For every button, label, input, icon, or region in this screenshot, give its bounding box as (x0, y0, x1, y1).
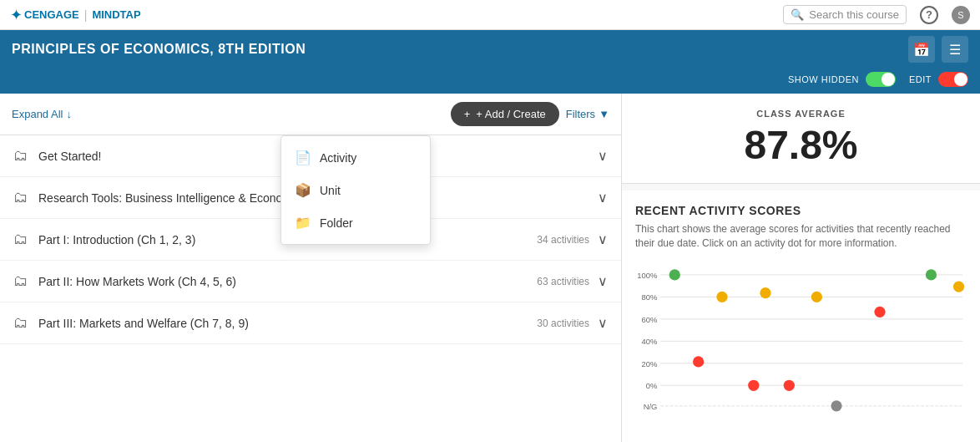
main-content: Expand All ↓ + + Add / Create Filters ▼ … (0, 94, 980, 442)
y-label-60: 60% (642, 314, 658, 323)
folder-icon-research-tools: 🗂 (13, 189, 28, 206)
mindtap-label: MINDTAP (92, 8, 140, 21)
expand-all-label: Expand All (12, 108, 63, 120)
show-hidden-label: SHOW HIDDEN (788, 74, 859, 84)
filter-icon: ▼ (599, 108, 609, 120)
item-title-part2: Part II: How Markets Work (Ch 4, 5, 6) (38, 275, 537, 288)
expand-all-arrow-icon: ↓ (66, 108, 72, 120)
help-icon[interactable]: ? (920, 6, 938, 24)
calendar-icon-button[interactable]: 📅 (908, 36, 935, 63)
dot-7[interactable] (874, 306, 885, 317)
dot-3[interactable] (716, 291, 727, 302)
dropdown-item-activity[interactable]: 📄 Activity (281, 141, 430, 174)
item-title-part3: Part III: Markets and Welfare (Ch 7, 8, … (38, 317, 537, 330)
chevron-get-started: ∨ (598, 148, 608, 164)
dot-9[interactable] (748, 379, 759, 390)
dot-1[interactable] (669, 269, 680, 280)
folder-icon-part2: 🗂 (13, 272, 28, 290)
search-icon: 🔍 (791, 8, 804, 21)
right-panel: CLASS AVERAGE 87.8% RECENT ACTIVITY SCOR… (621, 94, 980, 442)
y-label-ng: N/G (644, 401, 658, 410)
add-create-button[interactable]: + + Add / Create (451, 102, 559, 126)
toolbar-right: + + Add / Create Filters ▼ (451, 102, 609, 126)
activity-icon: 📄 (295, 150, 311, 165)
menu-icon-button[interactable]: ☰ (942, 36, 968, 63)
dot-5[interactable] (811, 291, 822, 302)
brand-separator: | (84, 8, 88, 22)
scores-description: This chart shows the average scores for … (635, 222, 967, 251)
chevron-part3: ∨ (598, 315, 608, 331)
y-label-100: 100% (637, 270, 658, 279)
dropdown-item-folder[interactable]: 📁 Folder (281, 206, 430, 239)
cengage-star-icon: ✦ (10, 6, 23, 24)
y-label-40: 40% (642, 337, 658, 346)
course-header: PRINCIPLES OF ECONOMICS, 8TH EDITION 📅 ☰ (0, 30, 980, 69)
add-icon: + (464, 108, 471, 120)
dot-4[interactable] (760, 287, 770, 298)
search-placeholder-text: Search this course (809, 8, 899, 21)
activities-count-part2: 63 activities (537, 276, 589, 287)
edit-label: EDIT (909, 74, 932, 84)
activities-count-part3: 30 activities (537, 318, 589, 329)
unit-icon: 📦 (295, 182, 311, 198)
toolbar: Expand All ↓ + + Add / Create Filters ▼ (0, 94, 621, 135)
show-hidden-toggle-row: SHOW HIDDEN (788, 72, 896, 87)
course-header-icons: 📅 ☰ (908, 36, 968, 63)
filters-label: Filters (566, 108, 595, 120)
class-average-value: 87.8% (637, 122, 965, 168)
class-average-label: CLASS AVERAGE (637, 109, 965, 119)
course-item-part2[interactable]: 🗂 Part II: How Markets Work (Ch 4, 5, 6)… (0, 261, 621, 302)
search-area[interactable]: 🔍 Search this course (783, 5, 907, 24)
dot-ng[interactable] (831, 400, 841, 411)
folder-icon: 📁 (295, 215, 311, 231)
sub-header: SHOW HIDDEN EDIT (0, 69, 980, 94)
edit-toggle[interactable] (938, 72, 968, 87)
dropdown-item-unit[interactable]: 📦 Unit (281, 174, 430, 206)
top-nav: ✦ CENGAGE | MINDTAP 🔍 Search this course… (0, 0, 980, 30)
chevron-part2: ∨ (598, 273, 608, 289)
activities-count-part1: 34 activities (537, 234, 589, 246)
class-average-card: CLASS AVERAGE 87.8% (622, 94, 980, 184)
scores-title: RECENT ACTIVITY SCORES (635, 204, 967, 217)
activity-scores-card: RECENT ACTIVITY SCORES This chart shows … (622, 191, 980, 442)
y-label-20: 20% (642, 358, 658, 368)
top-nav-right: 🔍 Search this course ? S (783, 5, 970, 24)
add-create-dropdown: 📄 Activity 📦 Unit 📁 Folder (280, 135, 431, 245)
unit-label: Unit (320, 184, 341, 197)
folder-icon-get-started: 🗂 (13, 147, 28, 165)
folder-icon-part3: 🗂 (13, 314, 28, 332)
dot-8[interactable] (693, 356, 704, 367)
folder-icon-part1: 🗂 (13, 231, 28, 248)
y-label-0: 0% (646, 381, 658, 390)
y-label-80: 80% (642, 292, 658, 302)
add-create-label: + Add / Create (476, 108, 545, 120)
dot-2[interactable] (926, 269, 937, 280)
folder-label: Folder (320, 216, 353, 230)
activity-label: Activity (320, 151, 356, 165)
edit-toggle-row: EDIT (909, 72, 968, 87)
show-hidden-toggle[interactable] (866, 72, 896, 87)
chevron-research-tools: ∨ (598, 190, 608, 206)
expand-all-button[interactable]: Expand All ↓ (12, 108, 72, 120)
dot-6[interactable] (953, 281, 964, 292)
chevron-part1: ∨ (598, 231, 608, 247)
brand-logo: ✦ CENGAGE | MINDTAP (10, 6, 141, 24)
activity-scores-chart: 100% 80% 60% 40% 20% 0% N/G (635, 262, 967, 432)
course-title: PRINCIPLES OF ECONOMICS, 8TH EDITION (12, 42, 306, 57)
dot-10[interactable] (784, 379, 795, 390)
chart-svg: 100% 80% 60% 40% 20% 0% N/G (635, 262, 967, 429)
filters-button[interactable]: Filters ▼ (566, 108, 609, 120)
course-item-part3[interactable]: 🗂 Part III: Markets and Welfare (Ch 7, 8… (0, 302, 621, 344)
left-panel: Expand All ↓ + + Add / Create Filters ▼ … (0, 94, 621, 442)
cengage-label: CENGAGE (24, 8, 79, 21)
user-avatar[interactable]: S (952, 6, 970, 24)
